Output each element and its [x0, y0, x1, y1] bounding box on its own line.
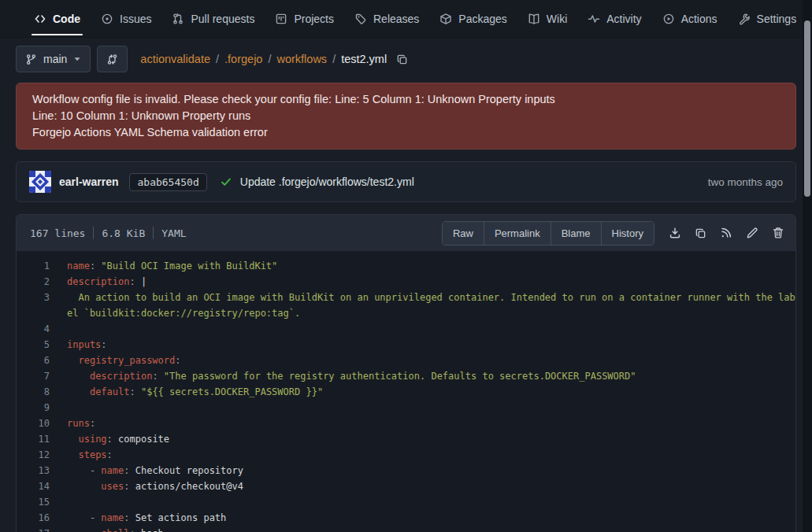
commit-author[interactable]: earl-warren — [59, 175, 118, 188]
line-number[interactable]: 10 — [17, 416, 50, 431]
breadcrumb-segment--forgejo[interactable]: .forgejo — [224, 53, 262, 65]
permalink-button[interactable]: Permalink — [484, 222, 551, 245]
book-icon — [528, 13, 540, 25]
error-line: Workflow config file is invalid. Please … — [32, 91, 780, 108]
file-path-toolbar: main actionvalidate/.forgejo/workflows/t… — [16, 46, 796, 72]
line-number[interactable]: 13 — [17, 463, 50, 478]
compare-button[interactable] — [97, 46, 128, 72]
tab-label: Releases — [373, 13, 419, 25]
line-number[interactable]: 17 — [17, 526, 50, 532]
edit-icon[interactable] — [743, 224, 762, 242]
download-icon[interactable] — [666, 224, 684, 242]
tab-code[interactable]: Code — [24, 0, 91, 37]
error-line: Forgejo Actions YAML Schema validation e… — [32, 124, 780, 141]
line-number[interactable]: 3 — [17, 290, 50, 305]
code-line: 10runs: — [17, 416, 795, 431]
line-content — [67, 494, 795, 510]
line-number[interactable]: 15 — [17, 494, 50, 510]
code-line: 13 - name: Checkout repository — [17, 463, 795, 478]
tab-label: Code — [53, 13, 80, 25]
breadcrumb-segment-actionvalidate[interactable]: actionvalidate — [140, 53, 210, 65]
tab-projects[interactable]: Projects — [265, 0, 344, 37]
tab-wiki[interactable]: Wiki — [517, 0, 577, 37]
wrench-icon — [738, 13, 751, 25]
breadcrumb-separator: / — [332, 53, 336, 65]
code-icon — [34, 13, 46, 25]
copy-icon[interactable] — [691, 224, 710, 242]
line-number[interactable]: 7 — [17, 368, 50, 384]
commit-sha[interactable]: abab65450d — [129, 173, 206, 191]
file-line-count: 167 lines — [30, 227, 85, 239]
code-line: 3 An action to build an OCI image with B… — [17, 290, 795, 321]
code-line: 17 shell: bash — [17, 526, 795, 532]
code-line: 14 uses: actions/checkout@v4 — [17, 478, 795, 494]
blame-button[interactable]: Blame — [551, 222, 601, 245]
pulse-icon — [588, 13, 600, 25]
delete-icon[interactable] — [769, 224, 788, 242]
workflow-error-banner: Workflow config file is invalid. Please … — [16, 83, 796, 150]
line-content: - name: Set actions path — [67, 510, 795, 526]
pull-request-icon — [172, 13, 184, 25]
line-number[interactable]: 14 — [17, 478, 50, 494]
line-content: description: | — [67, 274, 795, 290]
line-content: using: composite — [67, 431, 795, 447]
tab-pull-requests[interactable]: Pull requests — [161, 0, 265, 37]
file-actions: RawPermalinkBlameHistory — [442, 221, 788, 246]
tab-actions[interactable]: Actions — [652, 0, 728, 37]
line-number[interactable]: 9 — [17, 400, 50, 416]
copy-path-icon[interactable] — [396, 54, 408, 65]
tab-label: Issues — [120, 13, 151, 25]
line-number[interactable]: 2 — [17, 274, 50, 290]
line-number[interactable]: 6 — [17, 353, 50, 368]
tab-releases[interactable]: Releases — [344, 0, 429, 37]
play-circle-icon — [662, 13, 675, 25]
tab-activity[interactable]: Activity — [577, 0, 651, 37]
line-content: name: "Build OCI Image with BuildKit" — [67, 258, 795, 274]
line-number[interactable]: 8 — [17, 384, 50, 400]
breadcrumb-segment-test2-yml: test2.yml — [341, 53, 387, 65]
commit-status-check-icon[interactable] — [220, 175, 232, 188]
code-line: 5inputs: — [17, 337, 795, 353]
tag-icon — [354, 13, 367, 25]
tab-label: Wiki — [547, 13, 567, 25]
scrollbar-track[interactable] — [803, 0, 812, 532]
repo-tab-bar: CodeIssuesPull requestsProjectsReleasesP… — [0, 0, 812, 38]
latest-commit-bar: earl-warren abab65450d Update .forgejo/w… — [16, 161, 796, 202]
line-number[interactable]: 5 — [17, 337, 50, 353]
tab-issues[interactable]: Issues — [91, 0, 161, 37]
line-number[interactable]: 11 — [17, 431, 50, 447]
history-button[interactable]: History — [601, 222, 654, 245]
file-language: YAML — [161, 227, 186, 239]
tab-settings-label: Settings — [757, 13, 797, 25]
code-line: 12 steps: — [17, 447, 795, 463]
tab-label: Pull requests — [191, 13, 254, 25]
avatar[interactable] — [29, 171, 51, 193]
line-content: steps: — [67, 447, 795, 463]
breadcrumb-segment-workflows[interactable]: workflows — [276, 53, 327, 65]
code-line: 1name: "Build OCI Image with BuildKit" — [17, 258, 795, 274]
branch-selector-button[interactable]: main — [16, 46, 91, 72]
line-content: description: "The password for the regis… — [67, 368, 795, 384]
code-line: 9 — [17, 400, 795, 416]
code-line: 4 — [17, 321, 795, 337]
code-line: 8 default: "${{ secrets.DOCKER_PASSWORD … — [17, 384, 795, 400]
raw-button[interactable]: Raw — [443, 222, 484, 245]
rss-icon[interactable] — [717, 224, 736, 242]
scrollbar-thumb[interactable] — [804, 20, 810, 197]
issue-icon — [101, 13, 113, 25]
line-number[interactable]: 1 — [17, 258, 50, 274]
code-viewer: 1name: "Build OCI Image with BuildKit"2d… — [17, 251, 795, 532]
tab-label: Packages — [458, 13, 506, 25]
error-line: Line: 10 Column 1: Unknown Property runs — [32, 108, 780, 124]
line-content: uses: actions/checkout@v4 — [67, 478, 795, 494]
line-content: shell: bash — [67, 526, 795, 532]
commit-message[interactable]: Update .forgejo/workflows/test2.yml — [240, 175, 414, 188]
line-number[interactable]: 12 — [17, 447, 50, 463]
tab-settings[interactable]: Settings — [728, 0, 807, 37]
line-number[interactable]: 4 — [17, 321, 50, 337]
line-content: runs: — [67, 416, 795, 431]
line-number[interactable]: 16 — [17, 510, 50, 526]
tab-packages[interactable]: Packages — [429, 0, 517, 37]
line-content: inputs: — [67, 337, 795, 353]
line-content: registry_password: — [67, 353, 795, 368]
